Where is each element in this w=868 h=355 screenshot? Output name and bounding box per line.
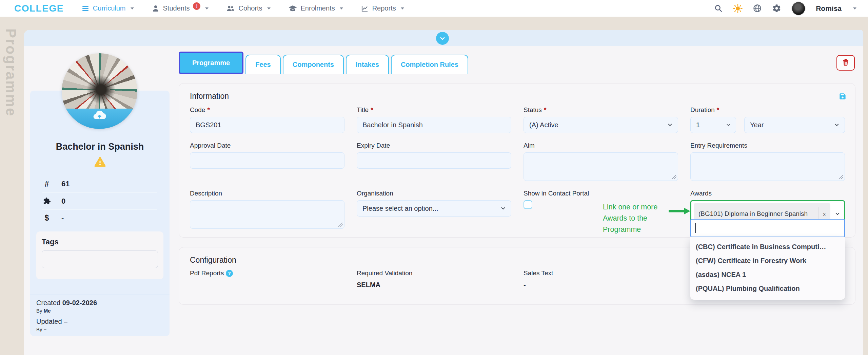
awards-options-list: (CBC) Certificate in Business Computi… (…	[690, 237, 845, 300]
code-input[interactable]	[190, 117, 344, 133]
status-select[interactable]: (A) Active	[524, 117, 678, 133]
updated-line: Updated –	[36, 318, 165, 325]
award-option[interactable]: (CFW) Certificate in Forestry Work	[690, 254, 845, 268]
graduation-cap-icon	[288, 4, 297, 13]
caret-down-icon	[205, 7, 209, 10]
duration-value-select[interactable]: 1	[690, 117, 736, 133]
organisation-select[interactable]: Please select an option...	[357, 200, 511, 217]
updated-by-line: By –	[36, 326, 165, 332]
nav-enrolments-label: Enrolments	[301, 4, 335, 12]
stat-fees-value: -	[61, 214, 64, 223]
field-duration: Duration* 1 Year	[690, 106, 845, 133]
collapse-chevron-button[interactable]	[436, 32, 449, 45]
resize-handle[interactable]	[839, 175, 843, 179]
duration-unit-select[interactable]: Year	[744, 117, 845, 133]
updated-by-value: –	[44, 326, 46, 332]
puzzle-icon	[42, 197, 51, 205]
nav-students[interactable]: Students !	[152, 4, 209, 13]
people-icon	[226, 4, 235, 13]
status-label: Status*	[524, 106, 678, 114]
portal-checkbox[interactable]	[524, 200, 532, 209]
stat-id-value: 61	[61, 180, 70, 188]
tags-input[interactable]	[42, 250, 158, 268]
award-option[interactable]: (PQUAL) Plumbing Qualification	[690, 282, 845, 296]
tab-fees[interactable]: Fees	[245, 55, 281, 74]
nav-reports[interactable]: Reports	[361, 4, 404, 13]
tab-completion-rules[interactable]: Completion Rules	[391, 55, 468, 74]
help-icon[interactable]: ?	[226, 270, 233, 277]
field-awards: Awards (BG101) Diploma in Beginner Spani…	[690, 190, 845, 227]
required-marker: *	[371, 106, 373, 114]
entry-requirements-textarea[interactable]	[690, 152, 845, 181]
app-logo[interactable]: COLLEGE	[14, 3, 64, 14]
aim-textarea[interactable]	[524, 152, 678, 181]
description-label: Description	[190, 190, 344, 197]
award-option[interactable]: (asdas) NCEA 1	[690, 268, 845, 282]
created-date: 09-02-2026	[62, 299, 97, 306]
nav-reports-label: Reports	[372, 4, 396, 12]
hamburger-icon	[81, 4, 90, 13]
tab-intakes[interactable]: Intakes	[346, 55, 389, 74]
expiry-date-input[interactable]	[357, 152, 511, 169]
annotation-line: Programme	[603, 224, 674, 235]
delete-programme-button[interactable]	[836, 55, 855, 71]
chevron-down-icon	[667, 122, 673, 128]
updated-group: Updated – By –	[36, 318, 165, 332]
field-approval-date: Approval Date	[190, 142, 344, 169]
tab-components[interactable]: Components	[283, 55, 344, 74]
awards-dropdown-popup: (CBC) Certificate in Business Computi… (…	[690, 219, 845, 300]
user-avatar[interactable]	[791, 1, 806, 16]
theme-sun-icon[interactable]	[733, 4, 743, 13]
award-option[interactable]: (CBC) Certificate in Business Computi…	[690, 240, 845, 254]
language-globe-icon[interactable]	[753, 4, 762, 13]
cloud-upload-icon[interactable]	[92, 109, 108, 122]
save-icon[interactable]	[838, 92, 847, 101]
updated-date: –	[64, 318, 67, 325]
awards-search-input[interactable]	[690, 219, 845, 237]
chevron-down-icon[interactable]	[834, 211, 841, 217]
status-label-text: Status	[524, 106, 542, 114]
resize-handle[interactable]	[672, 175, 676, 179]
text-cursor	[695, 223, 696, 233]
required-marker: *	[207, 106, 210, 114]
programme-title: Bachelor in Spanish	[30, 142, 170, 152]
warning-wrap	[30, 156, 170, 169]
field-pdf-reports: Pdf Reports ?	[190, 269, 344, 289]
annotation-line: Link one or more	[603, 202, 674, 213]
resize-handle[interactable]	[338, 223, 343, 227]
configuration-title: Configuration	[190, 256, 236, 265]
audit-meta: Created 09-02-2026 By Me Updated – By –	[36, 299, 165, 336]
awards-label: Awards	[690, 190, 845, 197]
settings-gear-icon[interactable]	[772, 4, 781, 13]
programme-stats: # 61 0 $ -	[42, 175, 157, 226]
chart-icon	[361, 4, 369, 13]
vertical-page-label: Programme	[3, 29, 19, 117]
field-aim: Aim	[524, 142, 678, 181]
programme-image[interactable]	[62, 53, 137, 129]
user-name[interactable]: Romisa	[816, 4, 842, 13]
description-textarea[interactable]	[190, 200, 344, 229]
created-by-line: By Me	[36, 308, 165, 314]
sidebar-divider	[30, 295, 170, 295]
sales-text-value: -	[524, 281, 678, 289]
organisation-placeholder: Please select an option...	[362, 205, 438, 212]
search-icon[interactable]	[714, 4, 723, 13]
information-card: Information Code* Title* Status*	[179, 83, 855, 238]
remove-award-icon[interactable]: x	[822, 210, 827, 218]
approval-date-input[interactable]	[190, 152, 344, 169]
nav-right: Romisa	[714, 1, 856, 16]
title-input[interactable]	[357, 117, 511, 133]
chevron-down-icon	[726, 122, 731, 128]
chevron-down-icon	[834, 122, 840, 128]
tags-card: Tags	[36, 231, 163, 279]
nav-curriculum[interactable]: Curriculum	[81, 4, 134, 13]
stat-id: # 61	[42, 175, 157, 192]
tab-programme[interactable]: Programme	[179, 52, 243, 74]
caret-down-icon[interactable]	[853, 7, 856, 10]
nav-cohorts[interactable]: Cohorts	[226, 4, 270, 13]
stat-components: 0	[42, 192, 157, 209]
nav-enrolments[interactable]: Enrolments	[288, 4, 343, 13]
app-root: COLLEGE Curriculum Students !	[0, 0, 868, 355]
caret-down-icon	[340, 7, 343, 10]
duration-label: Duration*	[690, 106, 845, 114]
